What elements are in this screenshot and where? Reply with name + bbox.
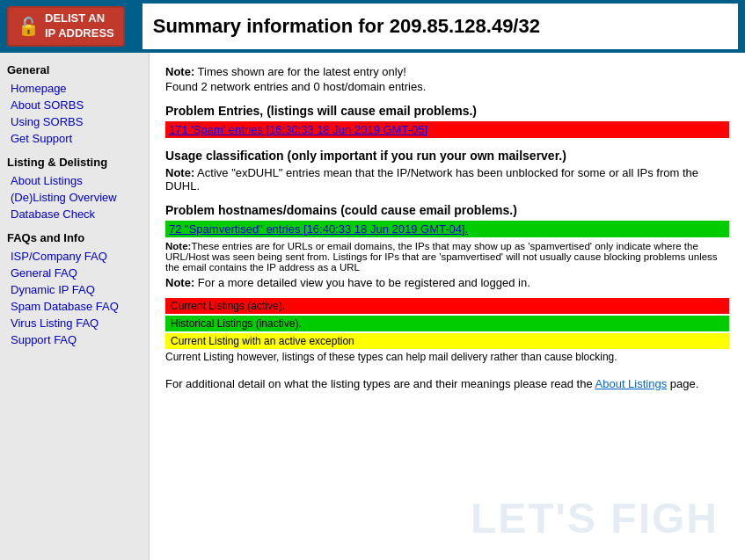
note-entries: Found 2 network entries and 0 host/domai… [165, 80, 729, 93]
legend-green-bar: Historical Listings (inactive). [165, 316, 729, 331]
sidebar-section-1: Listing & Delisting [7, 156, 142, 169]
sidebar-section-0: General [7, 63, 142, 76]
sidebar-delisting-overview[interactable]: (De)Listing Overview [7, 189, 142, 206]
main-content: Note: Times shown are for the latest ent… [150, 53, 745, 560]
small-note: Note:These entries are for URLs or email… [165, 241, 729, 273]
layout: GeneralHomepageAbout SORBSUsing SORBSGet… [0, 53, 745, 560]
sidebar-section-2: FAQs and Info [7, 231, 142, 244]
header: 🔓 DELIST AN IP ADDRESS Summary informati… [0, 0, 745, 53]
sidebar-support-faq[interactable]: Support FAQ [7, 331, 142, 348]
sidebar-spam-faq[interactable]: Spam Database FAQ [7, 298, 142, 315]
sidebar-using-sorbs[interactable]: Using SORBS [7, 113, 142, 130]
page-title: Summary information for 209.85.128.49/32 [142, 4, 738, 49]
delist-text: DELIST AN IP ADDRESS [45, 11, 114, 41]
lock-icon: 🔓 [18, 18, 40, 35]
about-listings-link[interactable]: About Listings [595, 377, 668, 390]
section1-heading: Problem Entries, (listings will cause em… [165, 104, 729, 118]
note-times: Note: Times shown are for the latest ent… [165, 65, 729, 78]
sidebar-database-check[interactable]: Database Check [7, 206, 142, 222]
section3-heading: Problem hostnames/domains (could cause e… [165, 203, 729, 217]
legend: Current Listings (active). Historical Li… [165, 298, 729, 363]
delist-badge[interactable]: 🔓 DELIST AN IP ADDRESS [7, 6, 125, 47]
section2-heading: Usage classification (only important if … [165, 149, 729, 163]
additional-info: For additional detail on what the listin… [165, 375, 729, 394]
legend-row-green: Historical Listings (inactive). [165, 316, 729, 331]
sidebar-about-listings[interactable]: About Listings [7, 172, 142, 189]
sidebar-dynamic-faq[interactable]: Dynamic IP FAQ [7, 281, 142, 298]
legend-row-red: Current Listings (active). [165, 298, 729, 314]
usage-note: Note: Active "exDUHL" entries mean that … [165, 166, 729, 193]
sidebar-virus-faq[interactable]: Virus Listing FAQ [7, 315, 142, 331]
legend-yellow-bar: Current Listing with an active exception [165, 333, 729, 349]
green-bar-link[interactable]: 72 "Spamvertised" entries [16:40:33 18 J… [165, 221, 729, 237]
legend-red-bar: Current Listings (active). [165, 298, 729, 314]
sidebar-general-faq[interactable]: General FAQ [7, 265, 142, 281]
sidebar-about-sorbs[interactable]: About SORBS [7, 97, 142, 113]
note-bold: Note: For a more detailed view you have … [165, 276, 729, 289]
legend-white-text: Current Listing however, listings of the… [165, 351, 729, 363]
watermark: LET'S FIGH [471, 494, 719, 542]
sidebar: GeneralHomepageAbout SORBSUsing SORBSGet… [0, 53, 150, 560]
sidebar-isp-faq[interactable]: ISP/Company FAQ [7, 248, 142, 265]
legend-row-yellow: Current Listing with an active exception [165, 333, 729, 349]
red-bar-link[interactable]: 171 'Spam' entries [16:30:33 18 Jun 2019… [165, 121, 729, 138]
sidebar-homepage[interactable]: Homepage [7, 80, 142, 97]
sidebar-get-support[interactable]: Get Support [7, 130, 142, 147]
